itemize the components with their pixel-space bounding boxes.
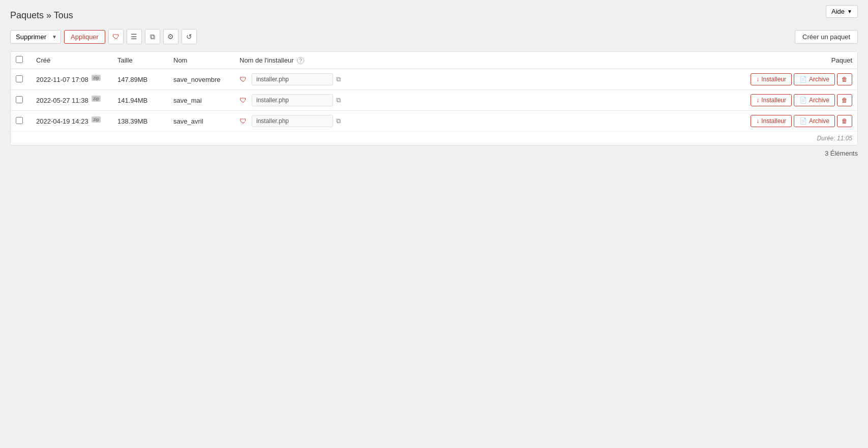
- aide-button[interactable]: Aide ▼: [826, 5, 858, 18]
- row-copy-icon[interactable]: ⧉: [336, 75, 341, 83]
- row-check-cell: [11, 69, 31, 90]
- row-zip-badge: zip: [92, 116, 101, 123]
- delete-trash-icon: 🗑: [842, 97, 848, 104]
- installer-name-info-icon[interactable]: ?: [297, 57, 304, 64]
- row-installeur-button[interactable]: ↓ Installeur: [751, 94, 792, 106]
- row-taille-cell: 138.39MB: [112, 111, 168, 132]
- installeur-download-icon: ↓: [756, 97, 759, 104]
- list-toolbar-icon: ☰: [131, 33, 137, 41]
- delete-trash-icon: 🗑: [842, 76, 848, 83]
- installeur-label: Installeur: [761, 97, 786, 104]
- settings-toolbar-button[interactable]: ⚙: [163, 29, 178, 44]
- row-installeur-button[interactable]: ↓ Installeur: [751, 73, 792, 85]
- row-nom-cell: save_avril: [168, 111, 234, 132]
- row-taille-cell: 141.94MB: [112, 90, 168, 111]
- row-taille-value: 141.94MB: [117, 97, 147, 104]
- installeur-download-icon: ↓: [756, 117, 759, 125]
- row-nom-value: save_avril: [173, 117, 203, 125]
- packages-table-wrapper: Créé Taille Nom Nom de l'installeur ? Pa…: [10, 51, 858, 145]
- archive-label: Archive: [809, 97, 829, 104]
- shield-toolbar-button[interactable]: 🛡: [108, 29, 124, 44]
- row-taille-cell: 147.89MB: [112, 69, 168, 90]
- col-header-cree: Créé: [31, 52, 112, 69]
- row-cree-cell: 2022-05-27 11:38 zip: [31, 90, 112, 111]
- installeur-label: Installeur: [761, 117, 786, 125]
- row-cree-date: 2022-05-27 11:38: [36, 97, 88, 104]
- row-installer-input[interactable]: [252, 73, 333, 85]
- reset-toolbar-button[interactable]: ↺: [182, 29, 197, 44]
- page-title: Paquets » Tous: [10, 10, 858, 21]
- aide-label: Aide: [831, 8, 845, 15]
- copy-toolbar-icon: ⧉: [150, 33, 155, 41]
- appliquer-button[interactable]: Appliquer: [64, 30, 105, 44]
- row-shield-icon: 🛡: [240, 96, 247, 104]
- row-cree-cell: 2022-11-07 17:08 zip: [31, 69, 112, 90]
- col-header-check: [11, 52, 31, 69]
- toolbar: Supprimer ▼ Appliquer 🛡 ☰ ⧉ ⚙ ↺ Créer un…: [10, 29, 858, 44]
- row-installer-cell: 🛡 ⧉: [234, 90, 346, 111]
- copy-toolbar-button[interactable]: ⧉: [145, 29, 160, 44]
- row-nom-value: save_mai: [173, 97, 202, 104]
- row-cree-date: 2022-04-19 14:23: [36, 117, 88, 125]
- row-actions-cell: ↓ Installeur 📄 Archive 🗑: [346, 69, 857, 90]
- list-toolbar-button[interactable]: ☰: [127, 29, 142, 44]
- col-header-installer-name: Nom de l'installeur ?: [234, 52, 346, 69]
- reset-toolbar-icon: ↺: [186, 33, 192, 41]
- row-shield-icon: 🛡: [240, 117, 247, 125]
- shield-toolbar-icon: 🛡: [112, 33, 119, 41]
- row-actions-cell: ↓ Installeur 📄 Archive 🗑: [346, 90, 857, 111]
- row-zip-badge: zip: [92, 96, 101, 102]
- col-header-taille: Taille: [112, 52, 168, 69]
- row-checkbox-1[interactable]: [16, 96, 23, 103]
- row-nom-cell: save_novembre: [168, 69, 234, 90]
- elements-count: 3 Éléments: [10, 145, 858, 159]
- row-taille-value: 147.89MB: [117, 76, 147, 83]
- row-zip-badge: zip: [92, 75, 101, 81]
- row-archive-button[interactable]: 📄 Archive: [794, 115, 835, 127]
- settings-toolbar-icon: ⚙: [167, 33, 174, 41]
- row-check-cell: [11, 90, 31, 111]
- row-shield-icon: 🛡: [240, 75, 247, 83]
- row-actions-cell: ↓ Installeur 📄 Archive 🗑: [346, 111, 857, 132]
- archive-file-icon: 📄: [799, 76, 807, 83]
- create-package-button[interactable]: Créer un paquet: [795, 30, 858, 44]
- row-archive-button[interactable]: 📄 Archive: [794, 73, 835, 85]
- row-installer-cell: 🛡 ⧉: [234, 111, 346, 132]
- row-cree-cell: 2022-04-19 14:23 zip: [31, 111, 112, 132]
- table-row: 2022-11-07 17:08 zip 147.89MB save_novem…: [11, 69, 857, 90]
- installeur-label: Installeur: [761, 76, 786, 83]
- installeur-download-icon: ↓: [756, 76, 759, 83]
- row-installer-input[interactable]: [252, 115, 333, 127]
- row-nom-value: save_novembre: [173, 76, 221, 83]
- row-nom-cell: save_mai: [168, 90, 234, 111]
- row-check-cell: [11, 111, 31, 132]
- table-row: 2022-04-19 14:23 zip 138.39MB save_avril…: [11, 111, 857, 132]
- row-archive-button[interactable]: 📄 Archive: [794, 94, 835, 106]
- aide-caret-icon: ▼: [847, 9, 852, 14]
- row-delete-button[interactable]: 🗑: [837, 115, 852, 127]
- row-installeur-button[interactable]: ↓ Installeur: [751, 115, 792, 127]
- row-checkbox-0[interactable]: [16, 75, 23, 82]
- row-installer-input[interactable]: [252, 94, 333, 106]
- col-header-paquet: Paquet: [346, 52, 857, 69]
- row-taille-value: 138.39MB: [117, 117, 147, 125]
- select-all-checkbox[interactable]: [16, 56, 23, 63]
- row-cree-date: 2022-11-07 17:08: [36, 76, 88, 83]
- archive-file-icon: 📄: [799, 117, 807, 125]
- row-delete-button[interactable]: 🗑: [837, 94, 852, 106]
- row-delete-button[interactable]: 🗑: [837, 73, 852, 85]
- action-select-wrapper: Supprimer ▼: [10, 30, 61, 44]
- col-header-nom: Nom: [168, 52, 234, 69]
- row-copy-icon[interactable]: ⧉: [336, 96, 341, 104]
- row-installer-cell: 🛡 ⧉: [234, 69, 346, 90]
- row-checkbox-2[interactable]: [16, 117, 23, 124]
- delete-trash-icon: 🗑: [842, 117, 848, 125]
- archive-file-icon: 📄: [799, 97, 807, 104]
- row-copy-icon[interactable]: ⧉: [336, 117, 341, 125]
- action-select[interactable]: Supprimer: [10, 30, 61, 44]
- duration-footer: Durée: 11:05: [11, 131, 857, 145]
- packages-table: Créé Taille Nom Nom de l'installeur ? Pa…: [11, 52, 857, 131]
- table-row: 2022-05-27 11:38 zip 141.94MB save_mai 🛡…: [11, 90, 857, 111]
- archive-label: Archive: [809, 76, 829, 83]
- archive-label: Archive: [809, 117, 829, 125]
